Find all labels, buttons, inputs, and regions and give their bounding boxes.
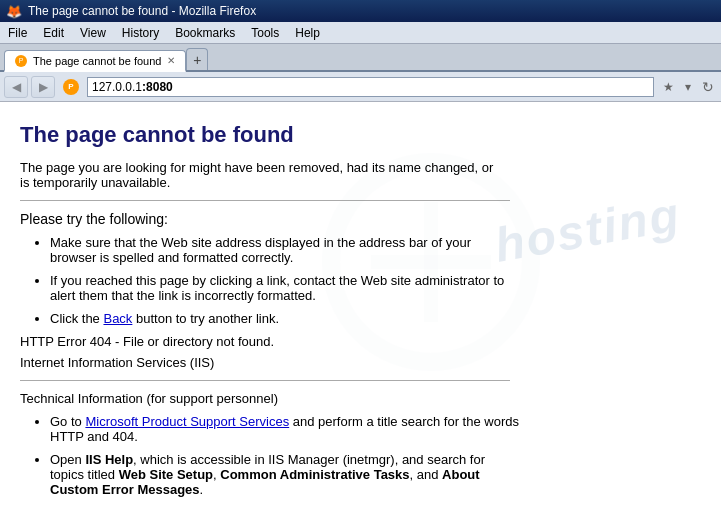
active-tab[interactable]: P The page cannot be found ✕ — [4, 50, 186, 72]
tab-label: The page cannot be found — [33, 55, 161, 67]
bookmark-star-icon[interactable]: ★ — [659, 78, 677, 96]
url-bar[interactable]: 127.0.0.1:8080 — [87, 77, 654, 97]
separator-2 — [20, 380, 510, 381]
window-title: The page cannot be found - Mozilla Firef… — [28, 4, 256, 18]
instructions-list: Make sure that the Web site address disp… — [50, 235, 701, 326]
menu-bar: File Edit View History Bookmarks Tools H… — [0, 22, 721, 44]
menu-history[interactable]: History — [114, 24, 167, 42]
instruction-3: Click the Back button to try another lin… — [50, 311, 520, 326]
instruction-2: If you reached this page by clicking a l… — [50, 273, 520, 303]
url-text-prefix: 127.0.0.1 — [92, 80, 142, 94]
error-line-1: HTTP Error 404 - File or directory not f… — [20, 334, 701, 349]
forward-arrow-icon: ▶ — [39, 80, 48, 94]
firefox-icon: 🦊 — [6, 4, 22, 19]
instruction-1: Make sure that the Web site address disp… — [50, 235, 520, 265]
intro-paragraph: The page you are looking for might have … — [20, 160, 500, 190]
new-tab-button[interactable]: + — [186, 48, 208, 70]
tech-item-2: Open IIS Help, which is accessible in II… — [50, 452, 520, 497]
menu-file[interactable]: File — [0, 24, 35, 42]
refresh-icon[interactable]: ↻ — [699, 78, 717, 96]
error-line-2: Internet Information Services (IIS) — [20, 355, 701, 370]
menu-bookmarks[interactable]: Bookmarks — [167, 24, 243, 42]
iis-help-bold: IIS Help — [85, 452, 133, 467]
menu-help[interactable]: Help — [287, 24, 328, 42]
back-arrow-icon: ◀ — [12, 80, 21, 94]
ms-support-link[interactable]: Microsoft Product Support Services — [85, 414, 289, 429]
back-link[interactable]: Back — [103, 311, 132, 326]
tab-pma-logo: P — [15, 55, 27, 67]
tech-item-1: Go to Microsoft Product Support Services… — [50, 414, 520, 444]
forward-button[interactable]: ▶ — [31, 76, 55, 98]
tech-info-title: Technical Information (for support perso… — [20, 391, 701, 406]
page-content: hosting The page cannot be found The pag… — [0, 102, 721, 516]
back-button[interactable]: ◀ — [4, 76, 28, 98]
tech-text-before: Go to — [50, 414, 85, 429]
menu-tools[interactable]: Tools — [243, 24, 287, 42]
menu-edit[interactable]: Edit — [35, 24, 72, 42]
error-heading: The page cannot be found — [20, 122, 701, 148]
menu-view[interactable]: View — [72, 24, 114, 42]
web-site-setup-bold: Web Site Setup — [119, 467, 213, 482]
please-try-heading: Please try the following: — [20, 211, 701, 227]
separator-1 — [20, 200, 510, 201]
tab-bar: P The page cannot be found ✕ + — [0, 44, 721, 72]
title-bar: 🦊 The page cannot be found - Mozilla Fir… — [0, 0, 721, 22]
address-icons: ★ ▾ ↻ — [659, 78, 717, 96]
tech-iis-text: Open IIS Help, which is accessible in II… — [50, 452, 485, 497]
tab-close-icon[interactable]: ✕ — [167, 55, 175, 66]
url-text-suffix: :8080 — [142, 80, 173, 94]
plus-icon: + — [193, 52, 201, 68]
bookmark-down-icon[interactable]: ▾ — [679, 78, 697, 96]
pma-address-logo: P — [60, 76, 82, 98]
admin-tasks-bold: Common Administrative Tasks — [220, 467, 409, 482]
address-bar: ◀ ▶ P 127.0.0.1:8080 ★ ▾ ↻ — [0, 72, 721, 102]
tech-list: Go to Microsoft Product Support Services… — [50, 414, 701, 497]
